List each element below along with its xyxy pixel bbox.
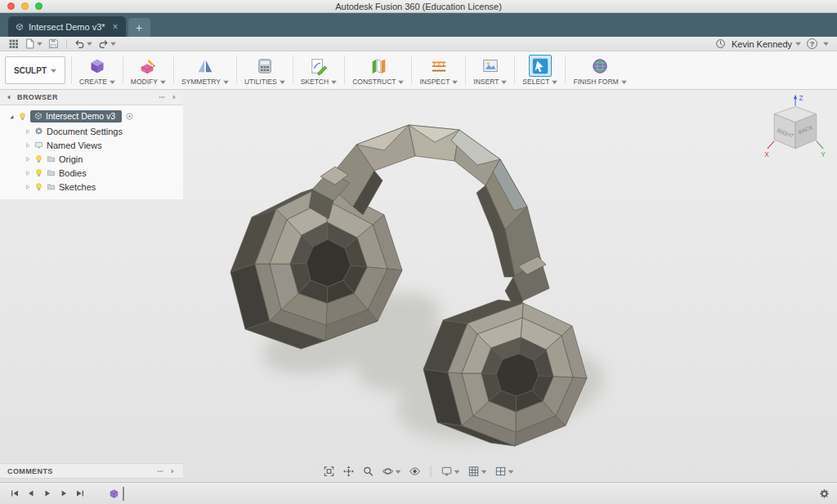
job-status-icon[interactable] bbox=[715, 38, 726, 49]
new-tab-button[interactable]: + bbox=[128, 18, 150, 37]
create-icon[interactable] bbox=[86, 55, 109, 77]
comments-panel[interactable]: COMMENTS bbox=[0, 463, 183, 479]
ribbon-group-create[interactable]: CREATE bbox=[73, 51, 122, 89]
expand-arrow-icon[interactable] bbox=[25, 128, 31, 135]
ribbon-group-separator bbox=[514, 56, 515, 84]
chevron-down-icon bbox=[223, 80, 229, 84]
expand-arrow-icon[interactable] bbox=[25, 156, 31, 163]
orbit-button[interactable] bbox=[381, 465, 403, 478]
zoom-icon bbox=[363, 466, 374, 477]
bulb-icon bbox=[34, 154, 43, 163]
comments-flyout-icon[interactable] bbox=[169, 468, 176, 475]
browser-item-document-settings[interactable]: Document Settings bbox=[0, 124, 183, 138]
axis-z-label: Z bbox=[799, 95, 803, 102]
browser-panel-title: BROWSER bbox=[17, 93, 153, 101]
undo-button[interactable] bbox=[74, 38, 92, 49]
canvas-viewport[interactable]: Z RIGHT BACK X Y BROWSER Intersect Demo … bbox=[0, 90, 837, 482]
document-tab[interactable]: Intersect Demo v3* × bbox=[8, 16, 126, 37]
ribbon-group-modify[interactable]: MODIFY bbox=[124, 51, 172, 89]
save-button[interactable] bbox=[48, 38, 59, 49]
go-to-start-button[interactable] bbox=[7, 487, 21, 501]
timeline-track[interactable] bbox=[127, 487, 817, 501]
browser-root-item[interactable]: Intersect Demo v3 bbox=[30, 110, 122, 123]
visibility-bulb-icon[interactable] bbox=[18, 112, 27, 121]
macos-titlebar: Autodesk Fusion 360 (Education License) bbox=[0, 0, 837, 13]
browser-item-origin[interactable]: Origin bbox=[0, 152, 183, 166]
display-settings-button[interactable] bbox=[440, 465, 462, 478]
apps-grid-button[interactable] bbox=[8, 38, 19, 49]
browser-options-icon[interactable] bbox=[158, 93, 166, 101]
toolbar-separator bbox=[66, 39, 67, 49]
ribbon-group-select[interactable]: SELECT bbox=[516, 51, 564, 89]
step-back-button[interactable] bbox=[24, 487, 38, 501]
browser-root-row[interactable]: Intersect Demo v3 bbox=[0, 109, 183, 124]
ribbon-group-utilities[interactable]: UTILITIES bbox=[238, 51, 292, 89]
minimize-window-button[interactable] bbox=[21, 2, 29, 10]
pan-button[interactable] bbox=[342, 465, 356, 478]
ribbon-group-construct[interactable]: CONSTRUCT bbox=[346, 51, 410, 89]
chevron-down-icon bbox=[396, 470, 401, 474]
step-forward-icon bbox=[59, 488, 69, 498]
browser-flyout-icon[interactable] bbox=[171, 94, 177, 100]
play-icon bbox=[43, 488, 52, 498]
file-menu-button[interactable] bbox=[25, 38, 43, 49]
help-button[interactable]: ? bbox=[807, 38, 817, 49]
utilities-icon[interactable] bbox=[253, 55, 276, 77]
comments-options-icon[interactable] bbox=[156, 467, 164, 475]
ground-to-parent-icon[interactable] bbox=[125, 112, 134, 121]
document-icon bbox=[16, 23, 24, 31]
expanded-arrow-icon[interactable] bbox=[8, 114, 15, 120]
select-icon[interactable] bbox=[529, 55, 552, 77]
user-account-button[interactable]: Kevin Kennedy bbox=[732, 39, 801, 49]
ribbon-group-separator bbox=[465, 56, 466, 84]
zoom-button[interactable] bbox=[361, 465, 376, 478]
modify-glyph-icon bbox=[138, 57, 158, 75]
redo-button[interactable] bbox=[98, 38, 116, 49]
collapse-browser-icon[interactable] bbox=[6, 94, 12, 100]
tab-close-icon[interactable]: × bbox=[113, 21, 119, 33]
construct-icon[interactable] bbox=[367, 55, 390, 77]
expand-arrow-icon[interactable] bbox=[25, 184, 31, 190]
finish-form-icon[interactable] bbox=[589, 55, 611, 77]
timeline-cursor[interactable] bbox=[123, 487, 124, 501]
browser-item-bodies[interactable]: Bodies bbox=[0, 166, 183, 180]
form-feature-marker[interactable] bbox=[109, 488, 119, 499]
workspace-label: SCULPT bbox=[14, 66, 47, 75]
browser-item-named-views[interactable]: Named Views bbox=[0, 138, 183, 152]
insert-icon[interactable] bbox=[479, 55, 502, 77]
ribbon-group-inspect[interactable]: INSPECT bbox=[413, 51, 464, 89]
ribbon-group-label: UTILITIES bbox=[244, 78, 277, 86]
zoom-window-button[interactable] bbox=[35, 2, 43, 10]
expand-arrow-icon[interactable] bbox=[25, 142, 31, 149]
ribbon-group-insert[interactable]: INSERT bbox=[467, 51, 513, 89]
step-forward-button[interactable] bbox=[56, 487, 70, 501]
browser-root-label: Intersect Demo v3 bbox=[46, 111, 115, 121]
bulb-icon bbox=[34, 182, 43, 191]
look-at-button[interactable] bbox=[408, 465, 423, 478]
ribbon-group-separator bbox=[236, 56, 237, 84]
fit-view-button[interactable] bbox=[322, 465, 337, 478]
workspace-selector[interactable]: SCULPT bbox=[5, 56, 65, 84]
close-window-button[interactable] bbox=[7, 2, 15, 10]
view-cube[interactable]: Z RIGHT BACK X Y bbox=[763, 91, 827, 170]
inspect-icon[interactable] bbox=[427, 55, 450, 77]
ribbon-group-sketch[interactable]: SKETCH bbox=[294, 51, 343, 89]
timeline-settings-icon[interactable] bbox=[819, 488, 830, 499]
chevron-down-icon bbox=[398, 80, 404, 84]
go-to-end-button[interactable] bbox=[73, 487, 87, 501]
viewports-button[interactable] bbox=[494, 465, 516, 478]
symmetry-icon[interactable] bbox=[194, 55, 217, 77]
modify-icon[interactable] bbox=[137, 55, 159, 77]
redo-icon bbox=[98, 38, 109, 49]
fit-view-icon bbox=[324, 466, 335, 477]
ribbon-group-symmetry[interactable]: SYMMETRY bbox=[175, 51, 235, 89]
sketch-icon[interactable] bbox=[307, 55, 330, 77]
chevron-down-icon bbox=[552, 80, 557, 84]
play-button[interactable] bbox=[40, 487, 54, 501]
canvas-navbar bbox=[322, 465, 516, 478]
ribbon-group-finish-form[interactable]: FINISH FORM bbox=[566, 51, 633, 89]
construct-glyph-icon bbox=[369, 57, 388, 75]
grid-settings-button[interactable] bbox=[467, 465, 489, 478]
expand-arrow-icon[interactable] bbox=[25, 170, 31, 176]
browser-item-sketches[interactable]: Sketches bbox=[0, 180, 183, 194]
